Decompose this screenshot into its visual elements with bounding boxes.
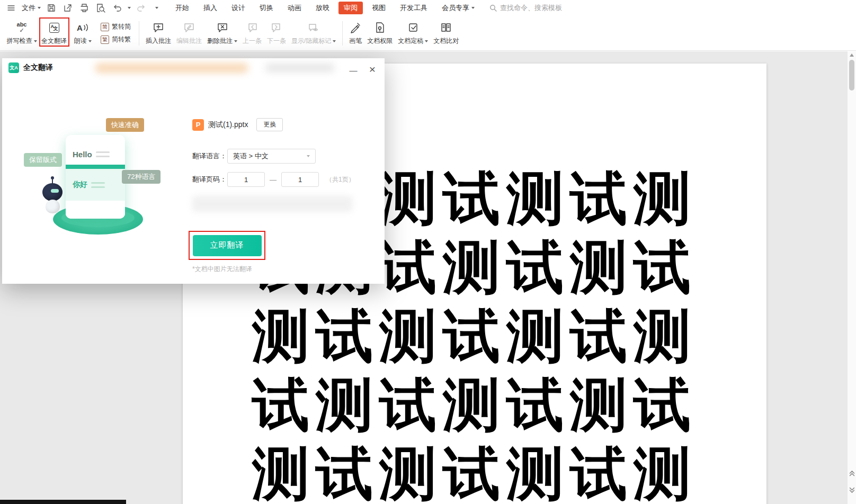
search-placeholder: 查找命令、搜索模板 [500, 3, 562, 13]
doc-compare-icon [440, 21, 452, 34]
slide-text-line: 测试测试测试测 [183, 439, 766, 504]
file-menu[interactable]: 文件 [22, 3, 41, 13]
tab-membership[interactable]: 会员专享 [436, 2, 480, 14]
quick-access-more-icon[interactable] [155, 7, 158, 9]
undo-icon[interactable] [111, 2, 123, 14]
tab-insert[interactable]: 插入 [198, 2, 222, 14]
next-slide-button[interactable] [848, 484, 856, 497]
read-aloud-button[interactable]: A 朗读 [69, 17, 96, 49]
doc-permission-icon [374, 21, 386, 34]
vertical-scrollbar[interactable] [847, 51, 856, 504]
page-range-dash: — [270, 176, 277, 184]
tab-transition[interactable]: 切换 [254, 2, 279, 14]
doc-permission-button[interactable]: 文档权限 [364, 17, 395, 49]
badge-72-languages: 72种语言 [122, 170, 160, 184]
edit-comment-icon [183, 21, 195, 34]
show-hide-marks-button: 显示/隐藏标记 [289, 17, 338, 49]
page-from-input[interactable] [227, 172, 265, 187]
doc-finalize-icon [407, 21, 419, 34]
robot-body [46, 200, 60, 213]
trad-to-simp-icon: 简 [101, 23, 109, 31]
file-name: 测试(1).pptx [208, 120, 248, 130]
ribbon-review: abc✓ 拼写检查 A文 全文翻译 A 朗读 简 繁转简 繁 简转繁 插入批注 [0, 16, 856, 51]
change-file-button[interactable]: 更换 [256, 118, 283, 131]
next-comment-button: 下一条 [264, 17, 289, 49]
chevron-down-icon [38, 7, 41, 9]
text-lines-decoration [91, 182, 105, 188]
tab-membership-label: 会员专享 [442, 3, 469, 13]
print-icon[interactable] [78, 2, 90, 14]
simp-to-trad-icon: 繁 [101, 35, 109, 44]
chevron-down-icon [333, 40, 336, 42]
chevron-down-icon [88, 40, 92, 42]
save-icon[interactable] [46, 2, 57, 14]
pen-icon [350, 21, 361, 34]
dialog-title: 全文翻译 [23, 63, 53, 73]
simp-to-trad-button[interactable]: 繁 简转繁 [101, 35, 131, 44]
full-translate-dialog: 文A 全文翻译 — × Hello 你好 快速准确 保留版式 72种语言 P 测… [2, 58, 385, 284]
doc-finalize-button[interactable]: 文档定稿 [395, 17, 431, 49]
redo-icon[interactable] [136, 2, 147, 14]
tab-slideshow[interactable]: 放映 [310, 2, 335, 14]
text-lines-decoration [96, 151, 110, 157]
trad-to-simp-button[interactable]: 简 繁转简 [101, 22, 131, 31]
next-comment-icon [271, 21, 282, 34]
paper-foot [66, 201, 125, 219]
pages-label: 翻译页码： [192, 175, 227, 184]
previous-slide-button[interactable] [848, 467, 856, 480]
translate-illustration: Hello 你好 快速准确 保留版式 72种语言 [13, 106, 188, 254]
language-row: 翻译语言： 英语 > 中文 [192, 149, 316, 164]
spell-check-icon: abc✓ [17, 22, 27, 33]
tab-review[interactable]: 审阅 [338, 2, 363, 14]
scroll-up-icon[interactable] [850, 53, 854, 57]
insert-comment-button[interactable]: 插入批注 [143, 17, 174, 49]
menubar: 文件 开始 插入 设计 切换 动画 放映 审阅 视图 开发工具 [0, 0, 856, 16]
badge-keep-layout: 保留版式 [24, 153, 62, 167]
prev-comment-icon [246, 21, 258, 34]
file-menu-label: 文件 [22, 3, 35, 13]
tab-home[interactable]: 开始 [170, 2, 194, 14]
tab-view[interactable]: 视图 [367, 2, 391, 14]
translate-note: *文档中图片无法翻译 [192, 265, 252, 274]
pages-row: 翻译页码： — （共1页） [192, 172, 355, 187]
minimize-button[interactable]: — [345, 64, 361, 76]
spell-check-button[interactable]: abc✓ 拼写检查 [4, 17, 39, 49]
export-icon[interactable] [62, 2, 74, 14]
slide-text-line: 试测试测试测试 [183, 371, 766, 439]
edit-comment-button: 编辑批注 [174, 17, 204, 49]
illustration-paper: Hello 你好 [66, 135, 125, 219]
ribbon-tabs: 开始 插入 设计 切换 动画 放映 审阅 视图 开发工具 会员专享 [170, 2, 480, 14]
pen-button[interactable]: 画笔 [346, 17, 364, 49]
chevron-down-icon [471, 7, 475, 9]
language-select[interactable]: 英语 > 中文 [227, 149, 316, 164]
print-preview-icon[interactable] [95, 2, 106, 14]
chevron-down-icon [425, 40, 428, 42]
full-translate-button[interactable]: A文 全文翻译 [39, 17, 69, 49]
tab-animation[interactable]: 动画 [282, 2, 307, 14]
translate-now-button[interactable]: 立即翻译 [193, 235, 262, 256]
tab-devtools[interactable]: 开发工具 [395, 2, 433, 14]
ribbon-separator [342, 21, 343, 46]
command-search[interactable]: 查找命令、搜索模板 [489, 3, 562, 13]
badge-fast-accurate: 快速准确 [106, 118, 144, 132]
file-row: P 测试(1).pptx 更换 [192, 118, 283, 131]
hamburger-menu-icon[interactable] [5, 2, 17, 14]
blurred-option-row [192, 196, 352, 212]
ribbon-separator [139, 21, 139, 46]
search-icon [489, 4, 497, 12]
dialog-titlebar[interactable]: 文A 全文翻译 [2, 58, 385, 77]
delete-comment-button[interactable]: 删除批注 [204, 17, 240, 49]
doc-compare-button[interactable]: 文档比对 [431, 17, 461, 49]
scrollbar-thumb[interactable] [849, 60, 854, 91]
highlight-box-translate-button: 立即翻译 [189, 231, 265, 260]
undo-dropdown-icon[interactable] [128, 7, 131, 9]
taskbar-edge [0, 500, 126, 504]
chevron-down-icon [234, 40, 237, 42]
insert-comment-icon [153, 21, 164, 34]
conversion-group: 简 繁转简 繁 简转繁 [96, 22, 135, 44]
sample-source-text: Hello [73, 150, 92, 159]
page-to-input[interactable] [281, 172, 319, 187]
close-icon[interactable]: × [364, 62, 380, 76]
tab-design[interactable]: 设计 [226, 2, 251, 14]
translate-dialog-icon: 文A [8, 62, 19, 73]
